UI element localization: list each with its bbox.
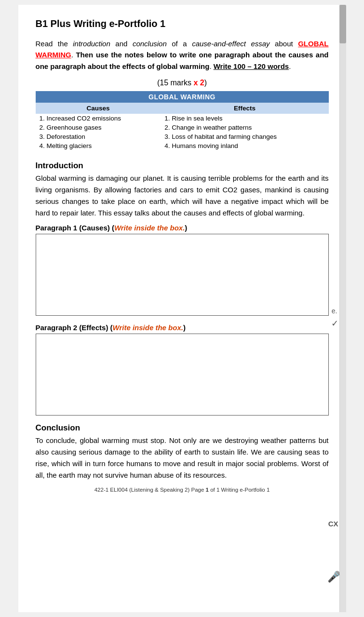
intro-essay-type: cause-and-effect essay <box>192 40 270 48</box>
introduction-text: Global warming is damaging our planet. I… <box>36 173 329 219</box>
paragraph2-instruction: Write inside the box. <box>113 323 183 332</box>
marks-text: (15 marks <box>157 79 194 87</box>
marks-close: ) <box>204 79 207 87</box>
paragraph1-label: Paragraph 1 (Causes) (Write inside the b… <box>36 224 329 232</box>
marks-x2: x 2 <box>194 79 204 87</box>
intro-rest: . Then use the notes below to write one … <box>36 51 329 70</box>
conclusion-text: To conclude, global warming must stop. N… <box>36 435 329 481</box>
check-icon: ✓ <box>331 318 338 329</box>
paragraph1-label-text: Paragraph 1 (Causes) ( <box>36 224 114 232</box>
side-dot-annotation: e. <box>332 304 337 319</box>
table-cause-3: 3. Deforestation <box>36 132 161 141</box>
footer: 422-1 ELI004 (Listening & Speaking 2) Pa… <box>36 487 329 493</box>
introduction-title: Introduction <box>36 161 329 171</box>
footer-text-content: 422-1 ELI004 (Listening & Speaking 2) Pa… <box>94 487 270 493</box>
table-cause-1: 1. Increased CO2 emissions <box>36 114 161 123</box>
paragraph2-label-text: Paragraph 2 (Effects) ( <box>36 323 113 332</box>
footer-page-number: 1 <box>206 487 209 493</box>
intro-introduction: introduction <box>73 40 110 48</box>
cx-label: CX <box>328 520 338 528</box>
scrollbar[interactable] <box>339 5 346 612</box>
page-title: B1 Plus Writing e-Portfolio 1 <box>36 18 329 29</box>
side-annotations: e. <box>332 304 337 319</box>
table-effect-3: 3. Loss of habitat and farming changes <box>161 132 328 141</box>
table-effect-4: 4. Humans moving inland <box>161 141 328 150</box>
paragraph1-instruction: Write inside the box. <box>114 224 185 232</box>
intro-of: of a <box>167 40 192 48</box>
table-row: 4. Melting glaciers 4. Humans moving inl… <box>36 141 329 150</box>
intro-and: and <box>110 40 133 48</box>
table-row: 2. Greenhouse gases 2. Change in weather… <box>36 123 329 132</box>
paragraph2-write-box[interactable] <box>36 334 329 416</box>
table-row: 3. Deforestation 3. Loss of habitat and … <box>36 132 329 141</box>
intro-about: about <box>270 40 298 48</box>
table-row: 1. Increased CO2 emissions 1. Rise in se… <box>36 114 329 123</box>
page-container: B1 Plus Writing e-Portfolio 1 Read the i… <box>18 5 346 612</box>
paragraph1-close: ) <box>185 224 187 232</box>
microphone-icon[interactable]: 🎤 <box>327 571 340 583</box>
table-header: GLOBAL WARMING <box>36 91 329 103</box>
paragraph1-write-box[interactable] <box>36 234 329 316</box>
table-subheader-row: Causes Effects <box>36 103 329 114</box>
conclusion-title: Conclusion <box>36 423 329 433</box>
intro-read: Read the <box>36 40 73 48</box>
table-cause-4: 4. Melting glaciers <box>36 141 161 150</box>
marks-line: (15 marks x 2) <box>36 79 329 87</box>
table-header-row: GLOBAL WARMING <box>36 91 329 103</box>
intro-conclusion: conclusion <box>133 40 167 48</box>
table-container: GLOBAL WARMING Causes Effects 1. Increas… <box>36 91 329 150</box>
table-cause-2: 2. Greenhouse gases <box>36 123 161 132</box>
paragraph2-close: ) <box>183 323 186 332</box>
table-effect-2: 2. Change in weather patterns <box>161 123 328 132</box>
global-warming-table: GLOBAL WARMING Causes Effects 1. Increas… <box>36 91 329 150</box>
table-effect-1: 1. Rise in sea levels <box>161 114 328 123</box>
paragraph2-label: Paragraph 2 (Effects) (Write inside the … <box>36 323 329 332</box>
table-col2-header: Effects <box>161 103 328 114</box>
scrollbar-thumb[interactable] <box>339 5 346 43</box>
intro-paragraph: Read the introduction and conclusion of … <box>36 38 329 72</box>
table-col1-header: Causes <box>36 103 161 114</box>
